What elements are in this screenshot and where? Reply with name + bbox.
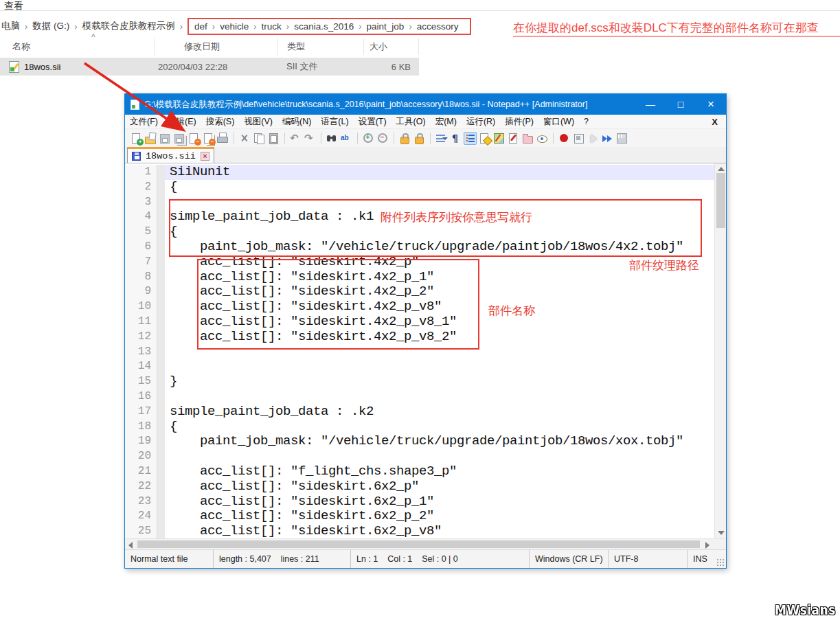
menu-item[interactable]: 设置(T) [354,115,391,129]
menu-item[interactable]: 语言(L) [316,115,353,129]
new-file-button[interactable] [130,132,143,145]
code-text: acc_list[]: "sideskirt.4x2_p" [165,255,714,270]
code-text: { [165,180,714,195]
redo-button[interactable] [304,132,317,145]
menubar-close-button[interactable]: X [703,117,726,127]
menu-item[interactable]: 工具(O) [391,115,431,129]
show-all-characters-button[interactable] [449,132,462,145]
fold-margin [157,345,165,360]
menu-item[interactable]: 窗口(W) [538,115,579,129]
breadcrumb-highlight-box: def › vehicle › truck › scania.s_2016 › … [188,18,471,35]
print-button[interactable] [216,132,229,145]
scroll-down-icon[interactable] [718,531,725,535]
file-row[interactable]: 18wos.sii 2020/04/03 22:28 SII 文件 6 KB [0,58,419,76]
undo-button[interactable] [289,132,302,145]
breadcrumb-item[interactable]: 模载联合皮肤教程示例 [81,20,177,32]
menu-item[interactable]: 编辑(E) [163,115,201,129]
resize-grip[interactable] [716,558,725,567]
menu-item[interactable]: 编码(N) [277,115,316,129]
menu-item[interactable]: 插件(P) [500,115,538,129]
paste-button[interactable] [267,132,280,145]
menu-item[interactable]: 运行(R) [462,115,500,129]
breadcrumb-item[interactable]: def [193,21,209,32]
breadcrumb-item[interactable]: accessory [416,21,460,32]
code-text [165,345,714,360]
macro-stop-button[interactable] [572,132,585,145]
code-line: 18 { [125,420,714,435]
macro-play-button[interactable] [587,132,600,145]
function-completion-button[interactable] [478,132,491,145]
column-header[interactable]: 类型 [278,38,364,55]
column-header[interactable]: 大小 [364,38,419,55]
fold-margin [157,315,165,330]
code-text: } [165,374,714,389]
scroll-left-icon[interactable] [128,542,133,549]
title-bar[interactable]: G:\模载联合皮肤教程示例\def\vehicle\truck\scania.s… [125,94,726,115]
zoom-in-button[interactable] [362,132,375,145]
breadcrumb-item[interactable]: vehicle [218,21,250,32]
document-map-button[interactable] [492,132,506,145]
sync-horizontal-scroll-button[interactable] [413,132,426,145]
zoom-out-button[interactable] [376,132,389,145]
macro-run-multiple-button[interactable] [601,132,614,145]
code-line: 4 simple_paint_job_data : .k1 [125,209,714,225]
menu-item[interactable]: 视图(V) [239,115,277,129]
code-text: acc_list[]: "sideskirt.4x2_p_v8_1" [165,315,714,330]
fold-margin [157,404,165,420]
horizontal-scrollbar[interactable] [125,538,726,549]
word-wrap-button[interactable] [435,132,448,145]
save-button[interactable] [159,132,172,145]
macro-record-button[interactable] [558,132,571,145]
fold-margin [157,255,165,270]
scroll-right-icon[interactable] [705,542,710,549]
editor-area[interactable]: 1 SiiNunit 2 { 3 [125,163,714,538]
close-button[interactable]: × [696,94,726,115]
vertical-scrollbar[interactable] [714,163,726,538]
breadcrumb-item[interactable]: paint_job [365,21,406,32]
tab-18wos-sii[interactable]: 18wos.sii × [127,147,214,163]
menu-item[interactable]: 搜索(S) [201,115,240,129]
minimize-button[interactable]: — [635,94,666,115]
folder-as-workspace-button[interactable] [521,132,534,145]
menu-item[interactable]: ? [579,115,593,128]
code-text: { [165,225,714,240]
code-line: 6 paint_job_mask: "/vehicle/truck/upgrad… [125,240,714,255]
copy-button[interactable] [253,132,266,145]
menu-item[interactable]: 文件(F) [125,115,163,129]
save-all-button[interactable] [173,132,186,145]
horizontal-scroll-thumb[interactable] [137,540,700,548]
scroll-up-icon[interactable] [718,167,725,171]
find-button[interactable] [326,132,339,145]
code-line: 12 acc_list[]: "sideskirt.4x2_p_v8_2" [125,330,714,345]
chevron-right-icon: › [355,21,365,32]
vertical-scroll-thumb[interactable] [716,173,725,228]
code-text: acc_list[]: "sideskirt.4x2_p_v8_2" [165,330,714,345]
replace-button[interactable] [340,132,353,145]
close-button[interactable] [188,132,201,145]
breadcrumb-item[interactable]: 电脑 [0,20,21,32]
code-line: 7 acc_list[]: "sideskirt.4x2_p" [125,255,714,270]
line-number: 18 [125,420,157,435]
document-switcher-button[interactable] [507,132,520,145]
cut-button[interactable] [238,132,251,145]
line-number: 7 [125,255,157,270]
breadcrumb-item[interactable]: 数据 (G:) [31,20,71,32]
line-number: 22 [125,479,157,494]
line-number: 3 [125,195,157,210]
close-all-button[interactable] [202,132,215,145]
open-file-button[interactable] [144,132,157,145]
menus: 文件(F)编辑(E)搜索(S)视图(V)编码(N)语言(L)设置(T)工具(O)… [125,115,703,129]
chevron-right-icon: › [405,21,415,32]
breadcrumb-item[interactable]: scania.s_2016 [293,21,355,32]
macro-save-button[interactable] [615,132,628,145]
column-header[interactable]: 名称 [0,38,155,55]
tab-close-icon[interactable]: × [201,152,209,161]
indent-guide-button[interactable] [464,132,477,145]
column-header[interactable]: 修改日期 [155,38,278,55]
monitoring-button[interactable] [536,132,549,145]
fold-margin [157,165,165,180]
breadcrumb-item[interactable]: truck [260,21,283,32]
menu-item[interactable]: 宏(M) [431,115,462,129]
sync-vertical-scroll-button[interactable] [398,132,411,145]
maximize-button[interactable]: □ [666,94,696,115]
